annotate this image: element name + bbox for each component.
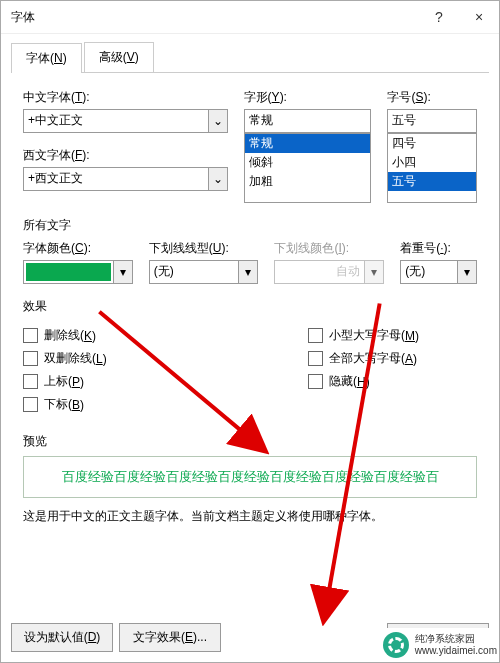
watermark-logo-icon: [383, 632, 409, 658]
set-default-button[interactable]: 设为默认值(D): [11, 623, 113, 652]
font-style-input[interactable]: 常规: [244, 109, 372, 133]
font-size-label: 字号(S):: [387, 89, 477, 106]
titlebar: 字体 ? ×: [1, 1, 499, 34]
superscript-checkbox[interactable]: 上标(P): [23, 373, 192, 390]
emphasis-combo[interactable]: (无) ▾: [400, 260, 477, 284]
strikethrough-checkbox[interactable]: 删除线(K): [23, 327, 192, 344]
list-item[interactable]: 倾斜: [245, 153, 371, 172]
list-item[interactable]: 五号: [388, 172, 476, 191]
watermark-url: www.yidaimei.com: [415, 645, 497, 657]
underline-color-combo: 自动 ▾: [274, 260, 384, 284]
tab-advanced[interactable]: 高级(V): [84, 42, 154, 72]
font-style-list[interactable]: 常规 倾斜 加粗: [244, 133, 372, 203]
preview-note: 这是用于中文的正文主题字体。当前文档主题定义将使用哪种字体。: [23, 508, 477, 525]
chevron-down-icon[interactable]: ▾: [113, 261, 132, 283]
hidden-checkbox[interactable]: 隐藏(H): [308, 373, 477, 390]
font-size-list[interactable]: 四号 小四 五号: [387, 133, 477, 203]
color-swatch: [26, 263, 111, 281]
all-caps-checkbox[interactable]: 全部大写字母(A): [308, 350, 477, 367]
chevron-down-icon[interactable]: ⌄: [208, 168, 227, 190]
list-item[interactable]: 常规: [245, 134, 371, 153]
font-dialog: 字体 ? × 字体(N) 高级(V) 中文字体(T): +中文正文 ⌄ 西文字体…: [0, 0, 500, 663]
en-font-combo[interactable]: +西文正文 ⌄: [23, 167, 228, 191]
tab-font[interactable]: 字体(N): [11, 43, 82, 73]
close-button[interactable]: ×: [459, 1, 499, 33]
watermark-title: 纯净系统家园: [415, 633, 497, 645]
en-font-label: 西文字体(F):: [23, 147, 228, 164]
double-strikethrough-checkbox[interactable]: 双删除线(L): [23, 350, 192, 367]
watermark: 纯净系统家园 www.yidaimei.com: [381, 628, 499, 662]
effects-label: 效果: [23, 298, 477, 315]
list-item[interactable]: 小四: [388, 153, 476, 172]
preview-label: 预览: [23, 433, 477, 450]
all-text-label: 所有文字: [23, 217, 477, 234]
underline-style-label: 下划线线型(U):: [149, 240, 259, 257]
underline-color-label: 下划线颜色(I):: [274, 240, 384, 257]
chevron-down-icon[interactable]: ▾: [238, 261, 257, 283]
subscript-checkbox[interactable]: 下标(B): [23, 396, 192, 413]
list-item[interactable]: 四号: [388, 134, 476, 153]
list-item[interactable]: 加粗: [245, 172, 371, 191]
chevron-down-icon[interactable]: ⌄: [208, 110, 227, 132]
preview-box: 百度经验百度经验百度经验百度经验百度经验百度经验百度经验百: [23, 456, 477, 498]
small-caps-checkbox[interactable]: 小型大写字母(M): [308, 327, 477, 344]
tab-strip: 字体(N) 高级(V): [11, 42, 489, 73]
text-effects-button[interactable]: 文字效果(E)...: [119, 623, 221, 652]
font-color-label: 字体颜色(C):: [23, 240, 133, 257]
chevron-down-icon: ▾: [364, 261, 383, 283]
font-style-label: 字形(Y):: [244, 89, 372, 106]
window-title: 字体: [11, 9, 419, 26]
chevron-down-icon[interactable]: ▾: [457, 261, 476, 283]
font-color-combo[interactable]: ▾: [23, 260, 133, 284]
help-button[interactable]: ?: [419, 1, 459, 33]
cn-font-combo[interactable]: +中文正文 ⌄: [23, 109, 228, 133]
underline-style-combo[interactable]: (无) ▾: [149, 260, 259, 284]
cn-font-label: 中文字体(T):: [23, 89, 228, 106]
emphasis-label: 着重号(·):: [400, 240, 477, 257]
font-size-input[interactable]: 五号: [387, 109, 477, 133]
